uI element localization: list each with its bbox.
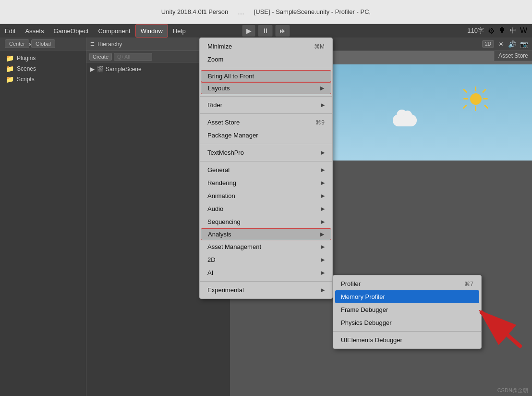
hierarchy-list-icon: ☰ [90,41,95,47]
char-count-icon: 110字 [467,26,484,35]
menu-assets[interactable]: Assets [20,24,48,37]
rider-arrow-icon: ▶ [321,102,325,108]
menu-bar: Edit Assets GameObject Component Window … [0,24,532,37]
asset-store-tab[interactable]: Asset Store [494,51,532,61]
experimental-arrow-icon: ▶ [321,287,325,293]
title-right-text: [USE] - SampleScene.unity - Profiler - P… [254,8,371,15]
sun-circle [470,93,482,105]
sun-ray-left [463,98,468,99]
asset-scenes[interactable]: 📁 Scenes [0,63,86,74]
asset-scripts[interactable]: 📁 Scripts [0,74,86,85]
submenu-memory-profiler[interactable]: Memory Profiler [335,290,479,303]
folder-icon-plugins: 📁 [6,54,14,62]
global-button[interactable]: Global [31,39,55,48]
dropdown-general[interactable]: General ▶ [200,163,332,176]
sun-ray-br [484,104,488,109]
right-icons: 110字 ⚙ 🎙 中 W [467,26,527,36]
2d-arrow-icon: ▶ [321,257,325,263]
play-button[interactable]: ▶ [242,25,255,37]
audio-arrow-icon: ▶ [321,206,325,212]
audio-icon[interactable]: 🔊 [508,40,516,48]
sun-ray-tl [463,88,467,93]
menu-help[interactable]: Help [168,24,191,37]
dropdown-analysis[interactable]: Analysis ▶ [201,228,331,240]
camera-icon[interactable]: 📷 [520,40,528,48]
dropdown-audio[interactable]: Audio ▶ [200,202,332,215]
center-global-toolbar: Center Global [5,37,55,50]
lang-icon: 中 [510,26,516,35]
submenu-frame-debugger[interactable]: Frame Debugger [333,303,481,316]
scene-arrow-icon: ▶ [90,66,95,73]
flag-icon: ⚙ [488,26,495,36]
dropdown-asset-store[interactable]: Asset Store ⌘9 [200,116,332,129]
dropdown-zoom[interactable]: Zoom [200,53,332,66]
dropdown-package-manager[interactable]: Package Manager [200,129,332,142]
dropdown-rendering[interactable]: Rendering ▶ [200,176,332,189]
rendering-arrow-icon: ▶ [321,180,325,186]
play-controls: ▶ ⏸ ⏭ [242,25,290,37]
dropdown-minimize[interactable]: Minimize ⌘M [200,40,332,53]
dropdown-experimental[interactable]: Experimental ▶ [200,284,332,297]
dropdown-bring-all-to-front[interactable]: Bring All to Front [201,70,331,82]
dropdown-animation[interactable]: Animation ▶ [200,189,332,202]
center-button[interactable]: Center [5,39,29,48]
step-button[interactable]: ⏭ [276,25,290,37]
asset-store-label: Asset Store [498,52,528,59]
dropdown-ai[interactable]: AI ▶ [200,266,332,279]
pause-button[interactable]: ⏸ [258,25,273,37]
cloud [393,114,417,126]
sun-ray-bottom [475,106,476,111]
sep-4 [200,144,332,144]
sequencing-arrow-icon: ▶ [321,219,325,225]
word-icon: W [520,26,527,35]
sun-ray-top [475,87,476,91]
submenu-uielements-debugger[interactable]: UIElements Debugger [333,334,481,346]
dropdown-rider[interactable]: Rider ▶ [200,99,332,111]
sep-1 [200,68,332,68]
title-bar: Unity 2018.4.0f1 Person ... [USE] - Samp… [0,0,532,24]
watermark: CSDN@金朝 [497,387,528,394]
sep-3 [200,113,332,114]
scene-icon: 🎬 [97,66,104,73]
submenu-sep [333,331,481,332]
arrow-svg [467,298,525,356]
svg-line-1 [482,312,520,346]
folder-icon-scripts: 📁 [6,75,14,83]
dropdown-2d[interactable]: 2D ▶ [200,253,332,266]
scene-label: SampleScene [106,66,142,73]
textmeshpro-arrow-icon: ▶ [321,149,325,156]
asset-management-arrow-icon: ▶ [321,244,325,250]
cloud-puff2 [403,111,412,119]
sep-5 [200,161,332,161]
sun [462,86,489,112]
hierarchy-search[interactable] [114,53,152,61]
sep-6 [200,281,332,282]
sun-toggle-icon[interactable]: ☀ [498,40,504,48]
2d-button[interactable]: 2D [482,40,494,48]
assets-panel: 🔒 ☰ Assets > 📁 Plugins 📁 Scenes 📁 Script… [0,37,86,396]
window-dropdown: Minimize ⌘M Zoom Bring All to Front Layo… [199,37,333,299]
submenu-physics-debugger[interactable]: Physics Debugger [333,316,481,329]
dropdown-layouts[interactable]: Layouts ▶ [201,82,331,94]
sep-2 [200,96,332,97]
folder-icon-scenes: 📁 [6,65,14,73]
menu-gameobject[interactable]: GameObject [48,24,93,37]
menu-window[interactable]: Window [135,24,168,37]
general-arrow-icon: ▶ [321,167,325,173]
animation-arrow-icon: ▶ [321,193,325,199]
submenu-profiler[interactable]: Profiler ⌘7 [333,277,481,290]
analysis-arrow-icon: ▶ [320,231,324,237]
title-text: Unity 2018.4.0f1 Person [161,8,228,15]
asset-plugins[interactable]: 📁 Plugins [0,53,86,63]
sun-ray-right [483,98,488,99]
menu-edit[interactable]: Edit [0,24,20,37]
sun-ray-bl [463,104,467,109]
dropdown-asset-management[interactable]: Asset Management ▶ [200,240,332,253]
dropdown-sequencing[interactable]: Sequencing ▶ [200,215,332,228]
hierarchy-title: Hierarchy [97,41,122,48]
mic-icon: 🎙 [498,26,506,35]
dropdown-textmeshpro[interactable]: TextMeshPro ▶ [200,146,332,159]
assets-tree: 📁 Plugins 📁 Scenes 📁 Scripts [0,51,86,87]
create-button[interactable]: Create [89,53,112,61]
menu-component[interactable]: Component [93,24,135,37]
